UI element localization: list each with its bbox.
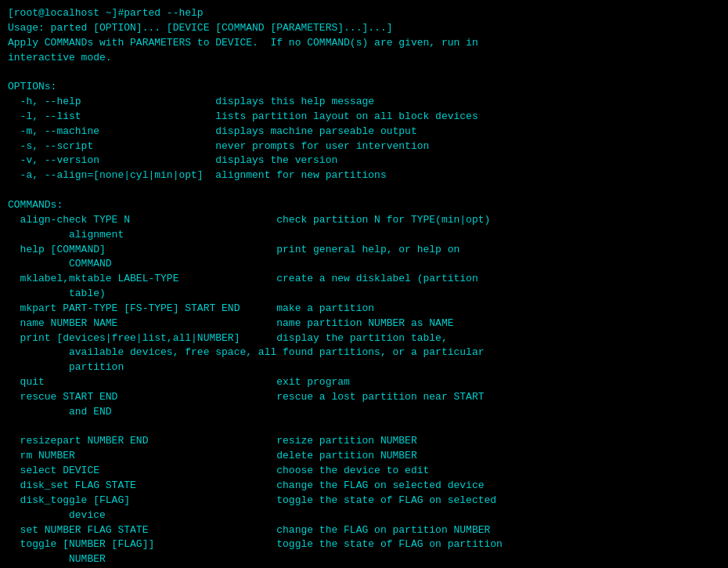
terminal-window: [root@localhost ~]#parted --help Usage: … [8, 6, 720, 568]
terminal-output: [root@localhost ~]#parted --help Usage: … [8, 6, 720, 568]
